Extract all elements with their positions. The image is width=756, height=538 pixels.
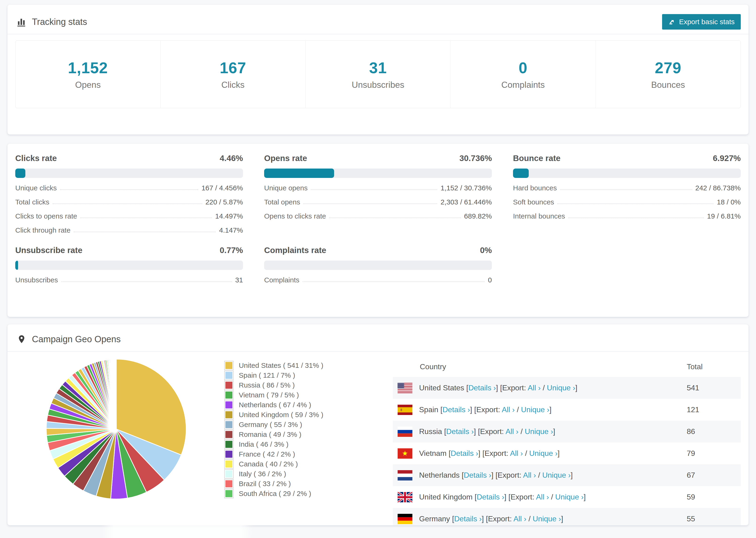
- export-unique-link[interactable]: Unique ›: [525, 427, 553, 436]
- complaints-rate-block: Complaints rate 0% Complaints 0: [264, 245, 492, 284]
- rate-detail-row: Unique clicks 167 / 4.456%: [15, 184, 243, 192]
- rate-detail-label: Total clicks: [15, 198, 49, 206]
- vn-flag-icon: [398, 448, 412, 459]
- unsubscribe-rate-title: Unsubscribe rate: [15, 245, 82, 255]
- opens-rate-progressbar: [264, 169, 492, 178]
- bounce-rate-title: Bounce rate: [513, 153, 561, 163]
- legend-swatch: [224, 420, 234, 429]
- us-flag-icon: [398, 383, 412, 393]
- stats-summary-row: 1,152 Opens 167 Clicks 31 Unsubscribes 0…: [15, 40, 741, 108]
- total-cell: 541: [687, 384, 741, 392]
- export-all-link[interactable]: All ›: [523, 471, 536, 479]
- geo-content: United States ( 541 / 31% ) Spain ( 121 …: [8, 351, 748, 525]
- country-name: Netherlands: [419, 471, 460, 479]
- header-divider: [8, 34, 748, 34]
- tracking-stats-card: Tracking stats Export basic stats 1,152 …: [8, 5, 748, 134]
- export-all-link[interactable]: All ›: [506, 427, 518, 436]
- rates-card: Clicks rate 4.46% Unique clicks 167 / 4.…: [8, 144, 748, 317]
- dotted-leader: [303, 282, 485, 282]
- legend-item: Germany ( 55 / 3% ): [224, 420, 356, 430]
- legend-swatch: [224, 381, 234, 390]
- rate-detail-value: 220 / 5.87%: [205, 198, 243, 206]
- legend-item: Vietnam ( 79 / 5% ): [224, 390, 356, 400]
- details-link[interactable]: Details ›: [451, 449, 478, 457]
- legend-label: Romania ( 49 / 3% ): [239, 430, 301, 439]
- table-row: Russia [Details ›] [Export: All › / Uniq…: [393, 421, 741, 443]
- legend-swatch: [224, 410, 234, 419]
- export-all-link[interactable]: All ›: [513, 514, 526, 523]
- rate-detail-label: Total opens: [264, 198, 300, 206]
- dotted-leader: [61, 282, 232, 282]
- legend-item: Brazil ( 33 / 2% ): [224, 479, 356, 489]
- details-link[interactable]: Details ›: [454, 514, 482, 523]
- nl-flag-icon: [398, 470, 412, 480]
- geo-header: Campaign Geo Opens: [8, 324, 748, 347]
- legend-swatch: [224, 371, 234, 380]
- export-all-link[interactable]: All ›: [527, 384, 540, 392]
- legend-label: Vietnam ( 79 / 5% ): [239, 391, 299, 399]
- location-pin-icon: [17, 334, 27, 344]
- legend-item: Canada ( 40 / 2% ): [224, 459, 356, 469]
- total-cell: 121: [687, 405, 741, 414]
- details-link[interactable]: Details ›: [446, 427, 474, 436]
- dotted-leader: [560, 189, 692, 190]
- dotted-leader: [303, 203, 437, 204]
- opens-rate-title: Opens rate: [264, 153, 307, 163]
- geo-legend: United States ( 541 / 31% ) Spain ( 121 …: [224, 360, 356, 499]
- export-unique-link[interactable]: Unique ›: [521, 405, 549, 414]
- rate-detail-label: Opens to clicks rate: [264, 212, 326, 220]
- table-row: Germany [Details ›] [Export: All › / Uni…: [393, 508, 741, 525]
- legend-label: South Africa ( 29 / 2% ): [239, 490, 311, 498]
- export-unique-link[interactable]: Unique ›: [542, 471, 571, 479]
- legend-label: India ( 46 / 3% ): [239, 440, 289, 448]
- table-row: Netherlands [Details ›] [Export: All › /…: [393, 464, 741, 486]
- export-all-link[interactable]: All ›: [536, 493, 549, 501]
- ru-flag-icon: [398, 426, 412, 437]
- details-link[interactable]: Details ›: [464, 471, 491, 479]
- geo-title-row: Campaign Geo Opens: [17, 334, 121, 344]
- legend-label: United Kingdom ( 59 / 3% ): [239, 411, 323, 419]
- geo-title: Campaign Geo Opens: [32, 334, 121, 344]
- legend-label: Canada ( 40 / 2% ): [239, 460, 298, 468]
- clicks-rate-value: 4.46%: [220, 153, 243, 163]
- bar-chart-icon: [17, 17, 27, 27]
- legend-item: France ( 42 / 2% ): [224, 449, 356, 459]
- legend-swatch: [224, 400, 234, 409]
- legend-item: India ( 46 / 3% ): [224, 439, 356, 449]
- export-all-link[interactable]: All ›: [510, 449, 523, 457]
- export-button-label: Export basic stats: [679, 18, 735, 26]
- page-title: Tracking stats: [32, 17, 87, 27]
- details-link[interactable]: Details ›: [477, 493, 504, 501]
- dotted-leader: [60, 189, 198, 190]
- unsubscribe-rate-value: 0.77%: [220, 245, 243, 255]
- export-unique-link[interactable]: Unique ›: [533, 514, 561, 523]
- export-unique-link[interactable]: Unique ›: [529, 449, 558, 457]
- rate-detail-label: Soft bounces: [513, 198, 554, 206]
- rate-detail-label: Unique opens: [264, 184, 307, 192]
- country-name: Spain: [419, 405, 438, 414]
- details-link[interactable]: Details ›: [443, 405, 470, 414]
- legend-item: Russia ( 86 / 5% ): [224, 380, 356, 390]
- rate-detail-value: 18 / 0%: [717, 198, 741, 206]
- details-link[interactable]: Details ›: [468, 384, 496, 392]
- clicks-label: Clicks: [161, 80, 305, 90]
- unsubscribe-rate-block: Unsubscribe rate 0.77% Unsubscribes 31: [15, 245, 243, 284]
- export-unique-link[interactable]: Unique ›: [547, 384, 575, 392]
- rate-detail-row: Soft bounces 18 / 0%: [513, 198, 741, 206]
- rate-detail-value: 2,303 / 61.446%: [441, 198, 492, 206]
- rate-detail-value: 4.147%: [219, 226, 243, 234]
- export-basic-stats-button[interactable]: Export basic stats: [662, 14, 741, 29]
- rate-detail-label: Internal bounces: [513, 212, 565, 220]
- legend-label: Brazil ( 33 / 2% ): [239, 480, 291, 488]
- country-cell: Germany [Details ›] [Export: All › / Uni…: [419, 514, 687, 523]
- export-icon: [668, 18, 676, 26]
- complaints-count: 0: [451, 59, 595, 77]
- export-unique-link[interactable]: Unique ›: [555, 493, 584, 501]
- bounce-rate-progressbar: [513, 169, 741, 178]
- table-row: United States [Details ›] [Export: All ›…: [393, 377, 741, 399]
- legend-item: United States ( 541 / 31% ): [224, 360, 356, 370]
- export-all-link[interactable]: All ›: [502, 405, 514, 414]
- legend-swatch: [224, 361, 234, 370]
- rate-detail-value: 1,152 / 30.736%: [441, 184, 492, 192]
- rate-detail-label: Unique clicks: [15, 184, 57, 192]
